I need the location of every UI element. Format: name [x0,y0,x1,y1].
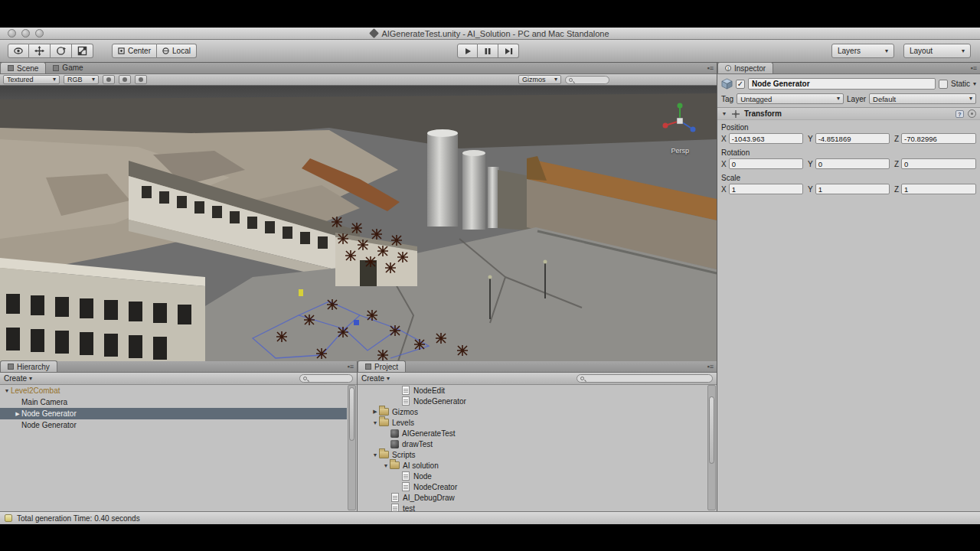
scene-viewport[interactable]: Persp [0,86,717,361]
scale-x-field[interactable]: 1 [729,184,803,194]
project-item[interactable]: AI_DebugDraw [358,492,707,503]
scene-tabstrip: Scene Game ▪≡ [0,63,717,74]
panel-menu-icon[interactable]: ▪≡ [348,363,354,370]
tab-scene[interactable]: Scene [0,62,46,73]
fold-arrow-icon[interactable] [371,420,379,425]
scale-y-field[interactable]: 1 [815,184,890,194]
project-item[interactable]: Levels [358,417,707,428]
position-z-field[interactable]: -70.82996 [901,133,976,144]
chevron-down-icon [969,96,972,102]
transform-component-header[interactable]: ▼ Transform ? [717,107,980,120]
rotation-y-field[interactable]: 0 [815,158,890,169]
scrollbar-thumb[interactable] [349,387,354,441]
position-x-field[interactable]: -1043.963 [729,133,803,144]
status-bar[interactable]: Total generation Time: 0.40 seconds [0,511,980,524]
active-checkbox[interactable] [736,80,745,89]
project-item[interactable]: Scripts [358,449,707,460]
draw-mode-dropdown[interactable]: Textured [3,75,60,84]
window-titlebar[interactable]: AIGenerateTest.unity - AI_Solution - PC … [0,28,980,40]
pause-button[interactable] [478,44,498,58]
scene-search-input[interactable] [565,76,609,84]
project-item[interactable]: AI solution [358,460,707,471]
project-search-input[interactable] [577,374,713,383]
game-overlay-toggle[interactable] [119,75,131,84]
project-item[interactable]: Gizmos [358,406,707,417]
tab-inspector[interactable]: i Inspector [717,62,773,73]
project-item[interactable]: NodeGenerator [358,396,707,406]
hierarchy-create-button[interactable]: Create [4,374,32,383]
tab-project[interactable]: Project [358,360,406,372]
scene-viewport-render[interactable] [0,86,717,361]
fold-arrow-icon[interactable]: ▼ [721,111,727,116]
draw-mode-label: Textured [7,76,34,83]
perspective-mode-label[interactable]: Persp [671,147,689,155]
scene-tab-icon [8,65,14,71]
zoom-window-icon[interactable] [35,29,44,37]
asset-icon [402,396,410,406]
position-y-field[interactable]: -4.851869 [815,133,890,144]
layout-dropdown[interactable]: Layout [903,44,971,58]
render-channel-dropdown[interactable]: RGB [64,75,99,84]
game-tab-label: Game [62,64,83,72]
rotation-x-field[interactable]: 0 [729,158,803,169]
hierarchy-scrollbar[interactable] [348,385,356,510]
project-item[interactable]: NodeCreator [358,481,707,492]
object-name-field[interactable]: Node Generator [748,78,936,90]
close-window-icon[interactable] [8,29,16,37]
gear-icon[interactable] [968,109,976,118]
project-item[interactable]: Node [358,471,707,481]
minimize-window-icon[interactable] [21,29,30,37]
scene-panel: Scene Game ▪≡ Textured RGB Gizmos [0,63,717,361]
hand-tool-button[interactable] [8,44,29,58]
scale-tool-button[interactable] [72,44,93,58]
lighting-toggle[interactable] [103,75,115,84]
asset-icon [390,440,399,448]
inspector-tabstrip: i Inspector ▪≡ [717,63,980,74]
local-space-button[interactable]: Local [157,44,197,58]
hierarchy-item[interactable]: Level2Combat [0,385,347,396]
tag-layer-row: Tag Untagged Layer Default [717,92,980,107]
project-item[interactable]: drawTest [358,439,707,449]
y-axis-label: Y [808,135,813,143]
panel-menu-icon[interactable]: ▪≡ [707,363,714,370]
static-options-icon[interactable] [973,81,976,87]
layers-dropdown[interactable]: Layers [831,44,894,58]
rotate-tool-icon [56,46,66,56]
static-checkbox[interactable] [939,80,948,89]
hierarchy-list: Level2Combat Main Camera Node Generator … [0,385,347,511]
fold-arrow-icon[interactable] [382,463,390,468]
project-item[interactable]: NodeEdit [358,385,707,396]
hierarchy-item[interactable]: Node Generator [0,408,347,419]
fold-arrow-icon[interactable] [371,409,379,415]
panel-menu-icon[interactable]: ▪≡ [707,64,714,72]
gizmos-dropdown[interactable]: Gizmos [518,75,561,84]
project-create-button[interactable]: Create [361,374,390,383]
fold-arrow-icon[interactable] [371,452,379,458]
fold-arrow-icon[interactable] [3,388,11,393]
panel-menu-icon[interactable]: ▪≡ [971,64,977,72]
project-item[interactable]: test [358,503,707,511]
audio-toggle[interactable] [135,75,147,84]
tag-dropdown[interactable]: Untagged [737,93,844,104]
rotation-z-field[interactable]: 0 [901,158,976,169]
position-label: Position [717,120,980,132]
scrollbar-thumb[interactable] [709,396,714,464]
hierarchy-search-input[interactable] [299,374,353,383]
scene-tab-label: Scene [17,64,38,73]
hierarchy-item[interactable]: Node Generator [0,419,347,431]
hierarchy-item[interactable]: Main Camera [0,396,347,408]
project-item[interactable]: AIGenerateTest [358,428,707,439]
layer-dropdown[interactable]: Default [869,93,976,104]
tab-game[interactable]: Game [46,62,90,73]
fold-arrow-icon[interactable] [14,411,21,417]
help-icon[interactable]: ? [956,110,964,118]
tab-hierarchy[interactable]: Hierarchy [0,360,57,372]
asset-icon [402,386,410,395]
step-button[interactable] [498,44,519,58]
move-tool-button[interactable] [29,44,51,58]
play-button[interactable] [457,44,478,58]
project-scrollbar[interactable] [707,385,716,510]
scale-z-field[interactable]: 1 [901,184,976,194]
center-pivot-button[interactable]: Center [112,44,157,58]
rotate-tool-button[interactable] [51,44,72,58]
